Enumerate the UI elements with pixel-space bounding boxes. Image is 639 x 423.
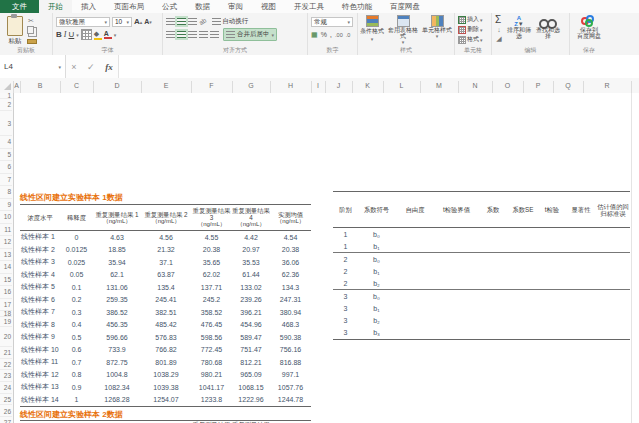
stats-cell[interactable]: b₁ — [358, 240, 395, 252]
cell-styles-button[interactable]: 单元格样式 ▾ — [422, 15, 452, 45]
row-header-5[interactable]: 5 — [0, 149, 12, 162]
cell[interactable]: 18.85 — [93, 244, 141, 257]
stats-cell[interactable] — [566, 253, 596, 265]
percent-icon[interactable]: % — [321, 31, 327, 38]
column-header-R[interactable]: R — [583, 78, 631, 93]
column-header-P[interactable]: P — [523, 78, 553, 93]
stats-cell[interactable] — [478, 240, 508, 252]
stats-cell[interactable] — [538, 240, 566, 252]
stats-cell[interactable] — [395, 265, 435, 277]
stats-cell[interactable] — [435, 315, 478, 327]
format-cells-button[interactable]: 格式▾ — [458, 35, 488, 44]
stats-cell[interactable] — [478, 253, 508, 265]
cell[interactable]: 62.1 — [93, 269, 141, 282]
row-header-27[interactable]: 27 — [0, 417, 12, 423]
cut-icon[interactable]: ✂ — [27, 17, 35, 25]
cell[interactable]: 0.9 — [60, 381, 93, 394]
stats-cell[interactable]: 2 — [333, 265, 358, 277]
cell[interactable]: 4.54 — [270, 231, 311, 244]
cell[interactable]: 线性样本 9 — [20, 331, 60, 344]
cell[interactable]: 35.94 — [93, 256, 141, 269]
cell[interactable]: 0.8 — [60, 369, 93, 382]
row-header-6[interactable]: 6 — [0, 161, 12, 174]
stats-header-cell[interactable]: 系数SE — [508, 192, 538, 227]
row-header-20[interactable]: 20 — [0, 327, 12, 347]
cell[interactable]: 733.9 — [93, 344, 141, 357]
stats-cell[interactable] — [478, 327, 508, 339]
stats-cell[interactable] — [596, 253, 630, 265]
stats-cell[interactable]: b₀ — [358, 228, 395, 240]
column-header-E[interactable]: E — [141, 78, 191, 93]
cell[interactable]: 20.38 — [270, 244, 311, 257]
stats-header-cell[interactable]: 估计值的回归标准误 — [596, 192, 630, 227]
cell[interactable]: 62.02 — [191, 269, 232, 282]
row-header-15[interactable]: 15 — [0, 274, 12, 287]
tab-review[interactable]: 审阅 — [219, 0, 252, 13]
column-header-C[interactable]: C — [60, 78, 93, 93]
row-header-24[interactable]: 24 — [0, 382, 12, 394]
bold-button[interactable]: B — [56, 30, 62, 39]
stats-cell[interactable] — [395, 277, 435, 289]
cell[interactable]: 线性样本 14 — [20, 394, 60, 407]
stats-cell[interactable] — [395, 327, 435, 339]
column-header-N[interactable]: N — [458, 78, 492, 93]
cell[interactable]: 589.47 — [232, 331, 270, 344]
stats-header-cell[interactable]: 自由度 — [395, 192, 435, 227]
row-header-25[interactable]: 25 — [0, 394, 12, 406]
stats-cell[interactable] — [435, 327, 478, 339]
stats-cell[interactable] — [478, 277, 508, 289]
stats-header-cell[interactable]: 系数 — [478, 192, 508, 227]
conditional-formatting-button[interactable]: 条件格式 ▾ — [360, 15, 384, 45]
stats-cell[interactable] — [478, 303, 508, 315]
stats-cell[interactable] — [566, 303, 596, 315]
cell[interactable]: 751.47 — [232, 344, 270, 357]
cell[interactable]: 0.3 — [60, 306, 93, 319]
insert-function-icon[interactable]: fx — [105, 62, 113, 72]
align-bottom-icon[interactable] — [188, 18, 197, 25]
stats-cell[interactable] — [508, 240, 538, 252]
format-painter-icon[interactable] — [27, 39, 37, 44]
align-middle-icon[interactable] — [177, 18, 186, 25]
tab-home[interactable]: 开始 — [39, 0, 72, 13]
font-color-icon[interactable]: A — [104, 30, 112, 39]
stats-cell[interactable] — [435, 240, 478, 252]
cell[interactable]: 259.35 — [93, 294, 141, 307]
merge-center-button[interactable]: 合并后居中 ▾ — [223, 28, 277, 41]
cell[interactable]: 0.1 — [60, 281, 93, 294]
stats-cell[interactable] — [566, 327, 596, 339]
cell[interactable]: 1057.76 — [270, 381, 311, 394]
stats-cell[interactable] — [508, 303, 538, 315]
stats-cell[interactable] — [435, 277, 478, 289]
row-header-16[interactable]: 16 — [0, 286, 12, 299]
row-header-2[interactable]: 2 — [0, 99, 12, 111]
cell[interactable]: 576.83 — [141, 331, 191, 344]
grow-font-icon[interactable]: A▴ — [134, 17, 142, 26]
stats-cell[interactable] — [566, 290, 596, 302]
cell[interactable]: 36.06 — [270, 256, 311, 269]
cell[interactable]: 0.7 — [60, 356, 93, 369]
comma-icon[interactable]: , — [330, 30, 332, 39]
row-header-22[interactable]: 22 — [0, 359, 12, 371]
row-header-8[interactable]: 8 — [0, 186, 12, 199]
column-header-M[interactable]: M — [420, 78, 458, 93]
row-header-26[interactable]: 26 — [0, 406, 12, 418]
stats-cell[interactable]: 3 — [333, 327, 358, 339]
stats-cell[interactable] — [478, 265, 508, 277]
stats-cell[interactable] — [508, 253, 538, 265]
column-header-I[interactable]: I — [311, 78, 325, 93]
sort-filter-button[interactable]: AZ▼ 排序和筛选 — [506, 15, 532, 43]
tab-developer[interactable]: 开发工具 — [285, 0, 333, 13]
cell[interactable]: 4.56 — [141, 231, 191, 244]
column-header-F[interactable]: F — [191, 78, 232, 93]
cell[interactable]: 1039.38 — [141, 381, 191, 394]
row-header-3[interactable]: 3 — [0, 111, 12, 136]
row-header-19[interactable]: 19 — [0, 317, 12, 327]
stats-header-cell[interactable]: t检验 — [538, 192, 566, 227]
cell[interactable]: 35.65 — [191, 256, 232, 269]
column-header-B[interactable]: B — [20, 78, 60, 93]
column-header-Q[interactable]: Q — [553, 78, 583, 93]
align-top-icon[interactable] — [166, 18, 175, 25]
cell[interactable]: 872.75 — [93, 356, 141, 369]
autosum-icon[interactable]: Σ — [495, 15, 503, 25]
formula-input[interactable] — [119, 55, 639, 78]
